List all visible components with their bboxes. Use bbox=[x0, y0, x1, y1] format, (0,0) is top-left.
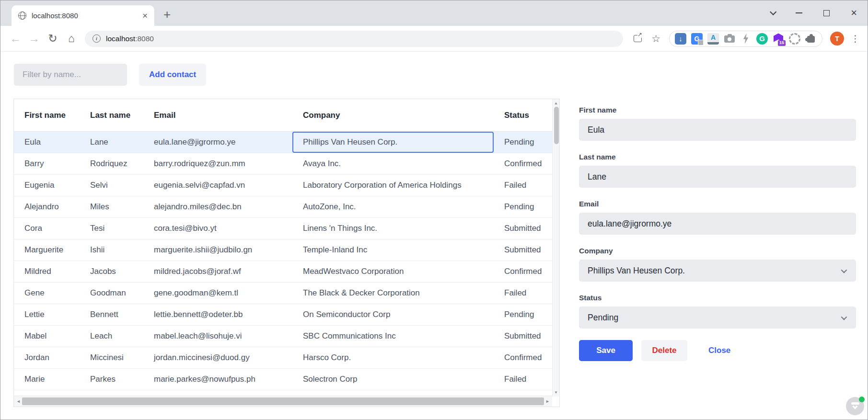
cell-last[interactable]: Jacobs bbox=[80, 267, 143, 276]
cell-company[interactable]: AutoZone, Inc. bbox=[292, 202, 494, 212]
email-field[interactable] bbox=[579, 213, 856, 235]
purple-badge-extension-icon[interactable]: 15 bbox=[773, 33, 784, 45]
vaadin-dev-tools-button[interactable] bbox=[846, 397, 864, 415]
gear-extension-icon[interactable] bbox=[789, 33, 800, 45]
cell-first[interactable]: Eula bbox=[14, 137, 80, 147]
filter-input[interactable] bbox=[14, 64, 127, 86]
cell-status[interactable]: Pending bbox=[494, 310, 552, 319]
scroll-down-icon[interactable]: ▼ bbox=[553, 390, 559, 395]
cell-company[interactable]: Linens 'n Things Inc. bbox=[292, 224, 494, 233]
cell-company[interactable]: Solectron Corp bbox=[292, 375, 494, 384]
translate-extension-icon[interactable]: G bbox=[691, 33, 703, 45]
cell-status[interactable]: Failed bbox=[494, 375, 552, 384]
cell-status[interactable]: Pending bbox=[494, 137, 552, 147]
cell-first[interactable]: Barry bbox=[14, 159, 80, 169]
url-bar[interactable]: i localhost:8080 bbox=[85, 31, 623, 47]
new-tab-button[interactable]: + bbox=[163, 7, 171, 22]
cell-company[interactable]: Laboratory Corporation of America Holdin… bbox=[292, 181, 494, 190]
vertical-scrollbar[interactable]: ▲ ▼ bbox=[552, 99, 559, 397]
cell-company[interactable]: The Black & Decker Corporation bbox=[292, 288, 494, 298]
cell-status[interactable]: Confirmed bbox=[494, 159, 552, 169]
vertical-scroll-thumb[interactable] bbox=[554, 107, 559, 144]
window-maximize-button[interactable] bbox=[823, 10, 830, 16]
cell-first[interactable]: Mildred bbox=[14, 267, 80, 276]
cell-email[interactable]: eugenia.selvi@capfad.vn bbox=[143, 181, 292, 190]
cell-email[interactable]: barry.rodriquez@zun.mm bbox=[143, 159, 292, 169]
table-row[interactable]: BarryRodriquezbarry.rodriquez@zun.mmAvay… bbox=[14, 153, 552, 175]
cell-first[interactable]: Lettie bbox=[14, 310, 80, 319]
cell-first[interactable]: Mabel bbox=[14, 331, 80, 341]
cell-company[interactable]: Avaya Inc. bbox=[292, 159, 494, 169]
company-select[interactable]: Phillips Van Heusen Corp. bbox=[579, 260, 856, 282]
table-row[interactable]: MarieParkesmarie.parkes@nowufpus.phSolec… bbox=[14, 369, 552, 390]
camera-extension-icon[interactable] bbox=[724, 33, 735, 45]
cell-email[interactable]: gene.goodman@kem.tl bbox=[143, 288, 292, 298]
table-row[interactable]: EugeniaSelvieugenia.selvi@capfad.vnLabor… bbox=[14, 175, 552, 196]
lightning-extension-icon[interactable] bbox=[740, 33, 752, 45]
download-extension-icon[interactable]: ↓ bbox=[675, 33, 686, 45]
cell-email[interactable]: jordan.miccinesi@duod.gy bbox=[143, 353, 292, 363]
cell-email[interactable]: cora.tesi@bivo.yt bbox=[143, 224, 292, 233]
cell-first[interactable]: Eugenia bbox=[14, 181, 80, 190]
delete-button[interactable]: Delete bbox=[641, 340, 687, 361]
table-row[interactable]: LettieBennettlettie.bennett@odeter.bbOn … bbox=[14, 304, 552, 326]
cell-status[interactable]: Confirmed bbox=[494, 353, 552, 363]
cell-last[interactable]: Parkes bbox=[80, 375, 143, 384]
table-row[interactable]: MargueriteIshiimarguerite.ishii@judbilo.… bbox=[14, 239, 552, 261]
cell-company[interactable]: Harsco Corp. bbox=[292, 353, 494, 363]
tab-close-icon[interactable]: × bbox=[142, 11, 148, 20]
cell-status[interactable]: Failed bbox=[494, 288, 552, 298]
first-name-field[interactable] bbox=[579, 119, 856, 141]
cell-first[interactable]: Jordan bbox=[14, 353, 80, 363]
keyboard-extension-icon[interactable]: A bbox=[707, 33, 719, 45]
cell-email[interactable]: mildred.jacobs@joraf.wf bbox=[143, 267, 292, 276]
grammarly-extension-icon[interactable]: G bbox=[756, 33, 768, 45]
cell-company[interactable]: Temple-Inland Inc bbox=[292, 245, 494, 255]
cell-status[interactable]: Submitted bbox=[494, 224, 552, 233]
profile-avatar[interactable]: T bbox=[830, 32, 844, 45]
share-icon[interactable]: ↗ bbox=[634, 35, 642, 42]
cell-last[interactable]: Miles bbox=[80, 202, 143, 212]
cell-email[interactable]: alejandro.miles@dec.bn bbox=[143, 202, 292, 212]
cell-status[interactable]: Submitted bbox=[494, 245, 552, 255]
reload-button[interactable]: ↻ bbox=[46, 32, 60, 45]
cell-last[interactable]: Selvi bbox=[80, 181, 143, 190]
cell-company[interactable]: SBC Communications Inc bbox=[292, 331, 494, 341]
last-name-field[interactable] bbox=[579, 166, 856, 188]
cell-status[interactable]: Submitted bbox=[494, 331, 552, 341]
window-minimize-button[interactable] bbox=[796, 12, 802, 13]
cell-last[interactable]: Bennett bbox=[80, 310, 143, 319]
cell-first[interactable]: Alejandro bbox=[14, 202, 80, 212]
cell-last[interactable]: Lane bbox=[80, 137, 143, 147]
info-icon[interactable]: i bbox=[93, 34, 101, 43]
forward-button[interactable]: → bbox=[27, 32, 41, 45]
table-row[interactable]: MabelLeachmabel.leach@lisohuje.viSBC Com… bbox=[14, 326, 552, 347]
status-select[interactable]: Pending bbox=[579, 306, 856, 329]
horizontal-scrollbar[interactable]: ◄ ► bbox=[14, 396, 552, 407]
back-button[interactable]: ← bbox=[8, 32, 23, 45]
bookmark-star-icon[interactable]: ☆ bbox=[651, 33, 660, 45]
cell-last[interactable]: Miccinesi bbox=[80, 353, 143, 363]
cell-last[interactable]: Goodman bbox=[80, 288, 143, 298]
scroll-up-icon[interactable]: ▲ bbox=[553, 101, 559, 105]
save-button[interactable]: Save bbox=[579, 340, 633, 361]
cell-email[interactable]: lettie.bennett@odeter.bb bbox=[143, 310, 292, 319]
home-button[interactable]: ⌂ bbox=[64, 32, 79, 45]
horizontal-scroll-thumb[interactable] bbox=[22, 397, 544, 405]
cell-last[interactable]: Rodriquez bbox=[80, 159, 143, 169]
cell-company[interactable]: MeadWestvaco Corporation bbox=[292, 267, 494, 276]
table-row[interactable]: AlejandroMilesalejandro.miles@dec.bnAuto… bbox=[14, 196, 552, 218]
close-button[interactable]: Close bbox=[702, 340, 737, 361]
cell-first[interactable]: Marie bbox=[14, 375, 80, 384]
table-row[interactable]: CoraTesicora.tesi@bivo.ytLinens 'n Thing… bbox=[14, 218, 552, 239]
table-row[interactable]: MildredJacobsmildred.jacobs@joraf.wfMead… bbox=[14, 261, 552, 283]
cell-first[interactable]: Cora bbox=[14, 224, 80, 233]
cell-last[interactable]: Leach bbox=[80, 331, 143, 341]
extensions-puzzle-icon[interactable] bbox=[805, 33, 817, 45]
window-close-button[interactable]: × bbox=[851, 8, 857, 18]
cell-email[interactable]: marguerite.ishii@judbilo.gn bbox=[143, 245, 292, 255]
cell-status[interactable]: Pending bbox=[494, 202, 552, 212]
table-row[interactable]: EulaLaneeula.lane@jigrormo.yePhillips Va… bbox=[14, 132, 552, 153]
table-row[interactable]: JordanMiccinesijordan.miccinesi@duod.gyH… bbox=[14, 347, 552, 369]
cell-first[interactable]: Gene bbox=[14, 288, 80, 298]
